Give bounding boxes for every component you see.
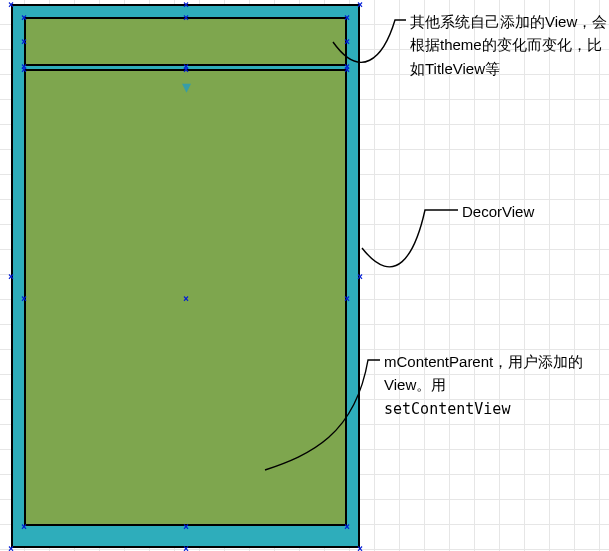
annotation-content-parent-text: mContentParent，用户添加的View。用 bbox=[384, 353, 583, 393]
annotation-title-view: 其他系统自己添加的View，会根据theme的变化而变化，比如TitleView… bbox=[410, 10, 609, 80]
annotation-content-parent: mContentParent，用户添加的View。用 setContentVie… bbox=[384, 350, 594, 421]
annotation-decor-view: DecorView bbox=[462, 200, 534, 223]
content-parent-rect[interactable] bbox=[24, 69, 347, 526]
annotation-decor-view-text: DecorView bbox=[462, 203, 534, 220]
title-view-rect[interactable] bbox=[24, 17, 347, 66]
annotation-content-parent-code: setContentView bbox=[384, 400, 510, 418]
diagram-canvas: × × × × × × × × × × × × × × × × × × × × … bbox=[0, 0, 609, 551]
annotation-title-view-text: 其他系统自己添加的View，会根据theme的变化而变化，比如TitleView… bbox=[410, 13, 607, 77]
